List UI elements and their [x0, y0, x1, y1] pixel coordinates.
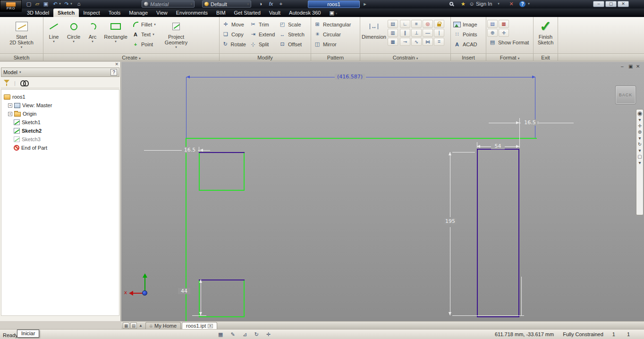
tall-rectangle[interactable] — [477, 149, 519, 317]
origin-expand-icon[interactable]: + — [8, 112, 12, 116]
tangent-constraint-button[interactable]: ⊸ — [400, 38, 410, 46]
save-button[interactable]: ▣ — [42, 0, 49, 8]
navbar-caret-2[interactable]: ▾ — [638, 136, 641, 141]
navbar-caret-4[interactable]: ▾ — [638, 160, 641, 165]
sign-in-button[interactable]: Sign In — [476, 0, 497, 8]
panel-label-create[interactable]: Create▾ — [43, 54, 220, 61]
tree-item-view-master[interactable]: + View: Master — [1, 101, 119, 110]
panel-label-exit[interactable]: Exit — [534, 54, 558, 61]
circle-button[interactable]: Circle ▾ — [64, 18, 84, 52]
circular-pattern-button[interactable]: ✳Circular — [312, 29, 358, 39]
gap-left-dimension-text[interactable]: 16.5 — [182, 147, 198, 153]
doc-restore-icon[interactable]: ▣ — [628, 64, 633, 69]
dim195-text[interactable]: 195 — [444, 218, 457, 224]
stretch-button[interactable]: ↔Stretch — [277, 29, 307, 39]
sign-in-dropdown-arrow[interactable]: ▾ — [497, 2, 500, 9]
fix-constraint-button[interactable] — [434, 20, 444, 28]
symmetric-constraint-button[interactable]: ⋈ — [423, 38, 433, 46]
navigate-icon[interactable]: ✛ — [266, 330, 271, 339]
new-file-button[interactable]: ▢ — [25, 0, 32, 8]
zoom-icon[interactable]: ⊕ — [638, 129, 642, 135]
browser-header-arrow[interactable]: ▾ — [19, 70, 21, 74]
tab-manage[interactable]: Manage — [125, 8, 152, 17]
redo-dropdown-arrow[interactable]: ▾ — [69, 2, 73, 9]
favorites-star-icon[interactable]: ★ — [460, 0, 466, 8]
pan-icon[interactable]: ✛ — [638, 123, 642, 128]
doc-close-icon[interactable]: ✕ — [636, 64, 640, 69]
line-dropdown-arrow[interactable]: ▾ — [53, 40, 55, 43]
tree-item-sketch1[interactable]: Sketch1 — [1, 118, 119, 127]
inventor-logo[interactable]: PRO — [0, 0, 22, 12]
rectangular-pattern-button[interactable]: ⊞Rectangular — [312, 19, 358, 29]
lower-square-top-edge[interactable] — [199, 280, 245, 280]
format-link-button[interactable]: ▤ — [487, 20, 498, 28]
orbit-icon[interactable]: ↻ — [638, 142, 642, 147]
finish-sketch-button[interactable]: ✓ Finish Sketch — [534, 18, 557, 52]
undo-dropdown-arrow[interactable]: ▾ — [58, 2, 62, 9]
tab-tools[interactable]: Tools — [104, 8, 125, 17]
cascade-panes-icon[interactable]: ▤ — [130, 322, 137, 329]
browser-close-icon[interactable]: ✕ — [115, 62, 119, 67]
collinear-constraint-button[interactable]: ≡ — [411, 20, 422, 28]
copy-button[interactable]: ❏Copy — [220, 29, 247, 39]
tab-inspect[interactable]: Inspect — [79, 8, 104, 17]
show-constraints-button[interactable]: ▥ — [388, 29, 398, 37]
help-dropdown-arrow[interactable]: ▾ — [527, 2, 531, 9]
material-combo[interactable]: Material ▾ — [142, 0, 195, 8]
profile-top-line[interactable] — [186, 138, 537, 139]
tree-item-roos1[interactable]: roos1 — [1, 93, 119, 101]
exchange-x-icon[interactable]: ✕ — [508, 0, 515, 8]
project-geometry-arrow[interactable]: ▾ — [175, 45, 177, 49]
panel-label-format[interactable]: Format▾ — [486, 54, 534, 61]
tab-close-icon[interactable]: ✕ — [208, 324, 213, 328]
look-at-icon[interactable]: ▢ — [637, 154, 642, 159]
window-minimize-button[interactable]: – — [593, 1, 604, 7]
width-dimension-text[interactable]: (416.587) — [335, 74, 365, 80]
width-dimension-line-left[interactable] — [186, 77, 338, 77]
points-button[interactable]: ∷Points — [451, 29, 484, 39]
rotate-button[interactable]: ↻Rotate — [220, 39, 247, 49]
adjust-appearance-icon[interactable]: ◑ — [257, 0, 264, 8]
fillet-dropdown-arrow[interactable]: ▾ — [154, 23, 156, 26]
arc-button[interactable]: Arc ▾ — [84, 18, 102, 52]
find-icon[interactable] — [20, 80, 29, 85]
line-button[interactable]: Line ▾ — [44, 18, 64, 52]
dim54-text[interactable]: 54 — [491, 143, 505, 149]
trim-button[interactable]: ✂Trim — [247, 19, 277, 29]
dim44-text[interactable]: 44 — [178, 288, 190, 294]
horizontal-constraint-button[interactable]: ― — [423, 29, 433, 37]
window-close-button[interactable]: ✕ — [618, 1, 629, 7]
window-maximize-button[interactable]: ▢ — [605, 1, 617, 7]
offset-button[interactable]: ⊡Offset — [277, 39, 307, 49]
auto-dimension-button[interactable]: ▤ — [388, 20, 398, 28]
tab-my-home[interactable]: ⌂ My Home — [145, 322, 181, 329]
tree-item-end-of-part[interactable]: End of Part — [1, 144, 119, 152]
tab-autodesk-360[interactable]: Autodesk 360 — [285, 8, 325, 17]
dimension-button[interactable]: ↔ Dimension — [361, 18, 387, 52]
appearance-dropdown-arrow[interactable]: ▾ — [247, 2, 249, 6]
tab-vault[interactable]: Vault — [265, 8, 285, 17]
parallel-constraint-button[interactable]: ∥ — [400, 29, 410, 37]
tab-environments[interactable]: Environments — [172, 8, 212, 17]
arc-dropdown-arrow[interactable]: ▾ — [92, 40, 93, 43]
mirror-button[interactable]: ◫Mirror — [312, 39, 358, 49]
lower-square[interactable] — [199, 280, 245, 317]
sketch-canvas[interactable]: (416.587) 16.5 54 195 — [121, 62, 644, 321]
tab-bim[interactable]: BIM — [212, 8, 230, 17]
constrain-panel-arrow[interactable]: ▾ — [416, 57, 418, 60]
navigation-wheel-icon[interactable]: ◉ — [637, 111, 642, 116]
circle-dropdown-arrow[interactable]: ▾ — [73, 40, 75, 43]
project-geometry-button[interactable]: Project Geometry ▾ — [163, 18, 189, 52]
view-cube[interactable]: BACK — [615, 85, 636, 104]
extend-button[interactable]: ⇥Extend — [247, 29, 277, 39]
gap-left-dim-line-left[interactable] — [144, 150, 182, 151]
origin-point[interactable] — [142, 290, 147, 296]
tree-item-origin[interactable]: + Origin — [1, 110, 119, 118]
centerline-button[interactable]: ⊕ — [487, 29, 498, 37]
redo-button[interactable]: ↷ — [63, 0, 70, 8]
panel-label-constrain[interactable]: Constrain▾ — [360, 54, 451, 61]
help-button[interactable]: ? — [519, 1, 525, 7]
coincident-constraint-button[interactable]: ∟ — [400, 20, 410, 28]
rectangle-button[interactable]: Rectangle ▾ — [102, 18, 130, 52]
upper-square-top-edge[interactable] — [199, 152, 245, 153]
